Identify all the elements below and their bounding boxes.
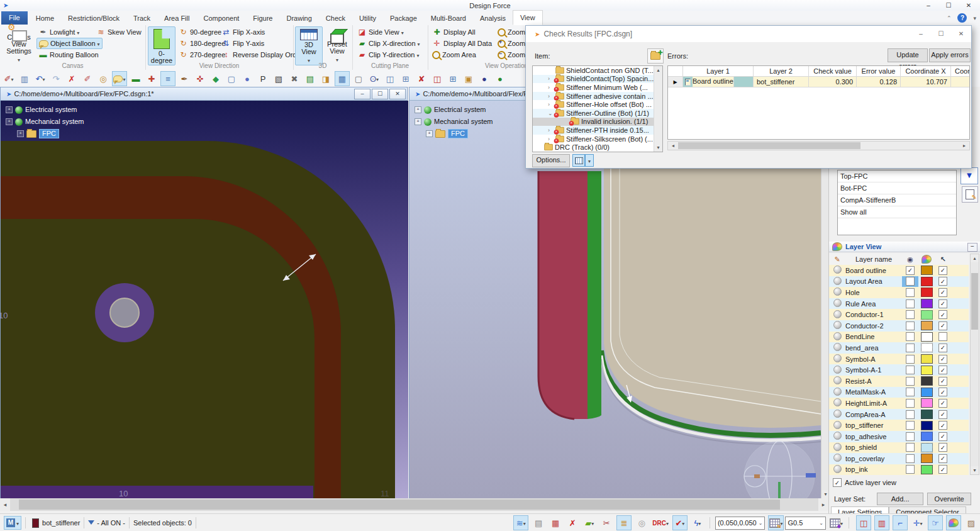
wire-box[interactable]: ⊞ xyxy=(399,72,413,86)
database[interactable]: ◎ xyxy=(635,516,649,530)
restore-icon[interactable]: ☐ xyxy=(372,89,388,99)
ribbon-tab[interactable]: Home xyxy=(29,11,61,25)
cut-scissors[interactable]: ✂ xyxy=(599,516,613,530)
connection-check[interactable]: ≋ xyxy=(513,515,528,530)
grid-display-button[interactable]: ◆ xyxy=(829,516,844,530)
collapse-panel-icon[interactable]: − xyxy=(967,243,977,252)
fit-view[interactable]: ✛ xyxy=(911,516,925,530)
check-tree-item[interactable]: › Stiffener Minimum Web (... xyxy=(533,83,662,92)
layer-visible-checkbox[interactable] xyxy=(906,288,915,297)
column-coordinate-y[interactable]: Coordinate Y xyxy=(951,66,970,77)
tree-item-electrical[interactable]: + Electrical system xyxy=(6,104,84,116)
ribbon-tab[interactable]: Restriction/Block xyxy=(61,11,126,25)
measure-pick[interactable]: ☞ xyxy=(928,515,943,530)
layer-row[interactable]: Symbol-A xyxy=(829,354,969,365)
layer-visible-checkbox[interactable] xyxy=(906,332,915,341)
routing-balloon[interactable]: ▬ xyxy=(129,72,143,86)
angle-book[interactable]: ◫ xyxy=(430,72,444,86)
layer-color-swatch[interactable] xyxy=(921,410,933,419)
viewport-left-titlebar[interactable]: ➤ C:/home/demo+/Multiboard/Flex/FPC.dsgn… xyxy=(1,87,407,101)
cell-coordinate-x[interactable]: 10.707 xyxy=(901,77,951,87)
layer-color-swatch[interactable] xyxy=(921,366,933,375)
ribbon-tab[interactable]: Utility xyxy=(352,11,383,25)
3d-view-button[interactable]: 3D View xyxy=(295,26,323,65)
layer-visible-checkbox[interactable] xyxy=(906,299,915,308)
options-button[interactable]: Options... xyxy=(532,154,570,167)
grid-display[interactable]: ▦ xyxy=(335,71,350,86)
tree-item-fpc[interactable]: + FPC xyxy=(415,128,493,140)
layer-row[interactable]: Board outline xyxy=(829,265,969,276)
3d-canvas-left[interactable]: 10 11 10 xyxy=(1,101,408,500)
set-list-item[interactable]: Top-FPC xyxy=(838,170,956,182)
check-tree-item[interactable]: › Stiffener adhesive contain ... xyxy=(533,92,662,101)
ribbon-tab[interactable]: Area Fill xyxy=(157,11,196,25)
scroll-right-icon[interactable]: ▸ xyxy=(960,142,969,150)
package-tool[interactable]: ▣ xyxy=(462,72,476,86)
fpc-node[interactable]: FPC xyxy=(39,129,59,138)
zoom-select[interactable]: ◎ xyxy=(96,72,110,86)
restore-button[interactable]: ☐ xyxy=(938,0,959,11)
check-tree-item[interactable]: › ShieldContact(Top) Spacin... xyxy=(533,75,662,84)
ribbon-tab[interactable]: Drawing xyxy=(280,11,319,25)
grid-snap-button[interactable]: N xyxy=(768,515,784,530)
cascade-windows[interactable]: ▢ xyxy=(225,72,238,86)
clipboard[interactable]: ▤ xyxy=(532,516,545,530)
scroll-up-icon[interactable]: ▴ xyxy=(971,254,979,262)
snapshot[interactable]: ▨ xyxy=(964,516,978,530)
layer-row[interactable]: top_adhesive xyxy=(829,431,969,442)
minimize-icon[interactable]: – xyxy=(354,89,370,99)
object-balloon[interactable] xyxy=(112,71,127,86)
layer-select-checkbox[interactable] xyxy=(938,410,947,419)
edit-document-button[interactable]: ✎ xyxy=(962,186,978,203)
lamp-tool[interactable]: ʘ xyxy=(367,72,381,86)
flip-y-button[interactable]: ⇅ Flip Y-axis xyxy=(220,38,304,49)
column-layer2[interactable]: Layer 2 xyxy=(754,66,809,77)
canvas-view-settings-button[interactable]: ⚙ Canvas View Settings xyxy=(2,26,36,64)
redo[interactable]: ↷ xyxy=(49,72,63,86)
layer-color-swatch[interactable] xyxy=(921,454,933,463)
column-error-value[interactable]: Error value xyxy=(857,66,901,77)
mode-button[interactable]: M xyxy=(4,516,21,530)
layer-visible-checkbox[interactable] xyxy=(906,366,915,374)
expand-icon[interactable]: + xyxy=(6,106,13,113)
place-text[interactable]: P xyxy=(256,72,270,86)
net-highlight[interactable]: ϟ xyxy=(691,516,704,530)
tree-item-electrical[interactable]: + Electrical system xyxy=(415,104,493,116)
clip-y-button[interactable]: ▰ Clip Y-direction xyxy=(355,49,422,60)
check-tree-item[interactable]: ShieldContact non GND (T... xyxy=(533,66,662,75)
ribbon-tab[interactable]: View xyxy=(513,10,543,25)
cell-coordinate-y[interactable]: 10.20 xyxy=(951,77,970,87)
layer-select-checkbox[interactable] xyxy=(938,321,947,330)
error-marker[interactable]: ✔ xyxy=(672,515,688,530)
layer-row[interactable]: top_coverlay xyxy=(829,453,969,464)
layer-row[interactable]: Conductor-2 xyxy=(829,320,969,332)
layer-color-swatch[interactable] xyxy=(921,310,933,320)
layer-visible-checkbox[interactable] xyxy=(906,432,915,441)
display-all-data-button[interactable]: ✛ Display All Data xyxy=(430,38,494,49)
layer-visible-checkbox[interactable] xyxy=(906,355,915,364)
board-report[interactable]: ▤ xyxy=(303,72,317,86)
pin[interactable]: ✜ xyxy=(193,72,207,86)
layer-row[interactable]: CompArea-A xyxy=(829,409,969,420)
layer-color-swatch[interactable] xyxy=(921,343,933,352)
cell-layer1[interactable]: Board outline xyxy=(683,77,754,87)
tree-item-fpc[interactable]: + FPC xyxy=(6,128,84,140)
help-dropdown-icon[interactable]: ▾ xyxy=(973,15,976,21)
scroll-down-icon[interactable]: ▾ xyxy=(971,466,979,474)
set-list-item[interactable]: Show all xyxy=(838,206,956,218)
apply-errors-button[interactable]: Apply errors xyxy=(929,48,971,62)
layer-select-checkbox[interactable] xyxy=(938,288,947,297)
preset-view-button[interactable]: Preset View xyxy=(323,26,352,64)
delete-object[interactable]: ✖ xyxy=(287,72,301,86)
layer-color-swatch[interactable] xyxy=(921,465,933,474)
route-mode[interactable]: ✐ xyxy=(2,72,16,86)
layer-color-swatch[interactable] xyxy=(921,299,933,308)
ribbon-tab[interactable]: Component xyxy=(196,11,246,25)
add-button[interactable]: Add... xyxy=(877,493,923,505)
ribbon-tab[interactable]: Package xyxy=(383,11,424,25)
layer-color-swatch[interactable] xyxy=(921,266,933,275)
check-tree-item[interactable]: Invalid inclusion. (1/1) xyxy=(533,118,662,126)
layer-stack[interactable]: ≣ xyxy=(616,515,632,530)
layer-view-header[interactable]: Layer View − xyxy=(829,242,980,252)
zoom-area-button[interactable]: Zoom Area xyxy=(430,49,494,60)
